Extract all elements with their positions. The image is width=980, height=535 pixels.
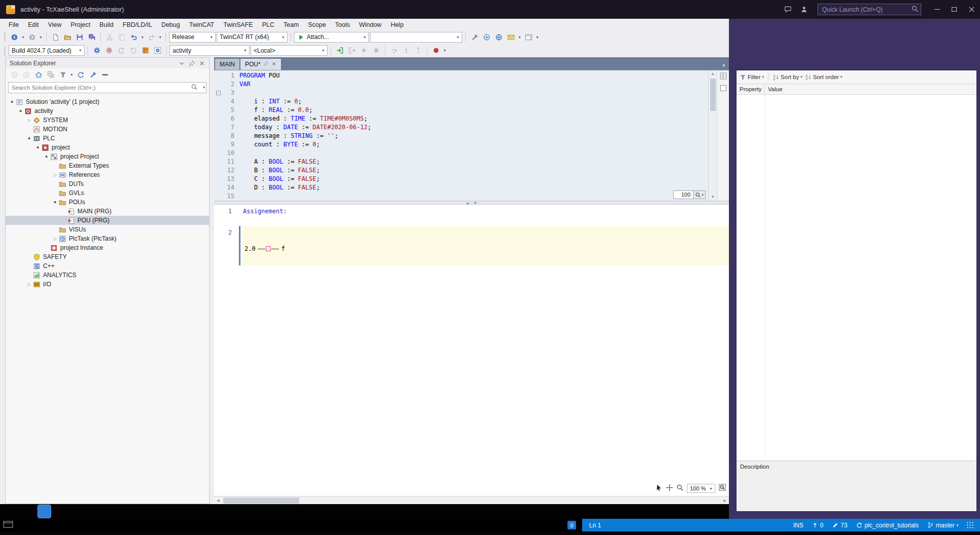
search-input[interactable]	[8, 82, 207, 93]
zoom-icon[interactable]	[676, 484, 684, 493]
code-line[interactable]: 11 A : BOOL := FALSE;	[214, 158, 708, 166]
tree-item-activity[interactable]: ▼activity	[6, 106, 209, 116]
toolbar-grip[interactable]	[4, 46, 6, 55]
tree-item-i-o[interactable]: ▷I/O	[6, 280, 209, 289]
minimize-button[interactable]	[928, 0, 946, 19]
fbd-network-2[interactable]: 22.0f	[214, 226, 729, 265]
cut-icon[interactable]	[104, 31, 115, 43]
code-area[interactable]: 1PROGRAM POU2VAR–34 i : INT := 0;5 f : R…	[214, 70, 708, 201]
menu-file[interactable]: File	[4, 20, 23, 29]
menu-tools[interactable]: Tools	[331, 20, 354, 29]
tab-pou[interactable]: POU*	[240, 59, 281, 70]
code-line[interactable]: 1PROGRAM POU	[214, 71, 708, 80]
fbd-network-1[interactable]: 1Assignement:	[214, 205, 729, 226]
menu-debug[interactable]: Debug	[157, 20, 185, 29]
tree-item-analytics[interactable]: ANALYTICS	[6, 271, 209, 280]
menu-window[interactable]: Window	[354, 20, 386, 29]
editor-splitter[interactable]: ▲▼	[214, 201, 729, 205]
target-system-combo[interactable]: <Local>▾	[251, 45, 328, 56]
quick-launch-input[interactable]	[818, 4, 921, 15]
tree-item-project[interactable]: ▼project	[6, 143, 209, 152]
expander-closed-icon[interactable]: ▷	[52, 173, 59, 177]
code-line[interactable]: –3	[214, 89, 708, 97]
tree-item-c[interactable]: C++	[6, 261, 209, 271]
undo-icon[interactable]	[128, 31, 139, 43]
mail-icon[interactable]	[505, 31, 516, 43]
logout-icon[interactable]	[346, 45, 357, 56]
redo-icon[interactable]	[146, 31, 157, 43]
menu-view[interactable]: View	[44, 20, 66, 29]
assignment-expression[interactable]: 2.0f	[244, 245, 725, 252]
solution-platform-caret-icon[interactable]: ▾	[279, 32, 287, 42]
expander-open-icon[interactable]: ▼	[43, 152, 51, 161]
solution-configuration-caret-icon[interactable]: ▾	[208, 32, 215, 42]
scope-globe-icon[interactable]	[493, 31, 504, 43]
open-file-icon[interactable]	[62, 31, 73, 43]
save-all-icon[interactable]	[86, 31, 97, 43]
pin-icon[interactable]	[187, 59, 197, 68]
search-options-caret[interactable]: ▾	[203, 85, 205, 90]
menu-help[interactable]: Help	[386, 20, 409, 29]
scroll-up-icon[interactable]: ▲	[711, 70, 715, 78]
stop-program-icon[interactable]	[371, 45, 382, 56]
close-icon[interactable]	[197, 59, 207, 68]
vertical-scrollbar[interactable]: ▲ ▼	[708, 70, 717, 201]
repository-status[interactable]: plc_control_tutorials	[856, 522, 919, 529]
dropdown-caret-icon[interactable]: ▾	[38, 35, 43, 40]
command-combo[interactable]: ▾	[370, 32, 462, 43]
document-view-icon[interactable]	[719, 84, 727, 94]
property-grid[interactable]	[737, 95, 976, 461]
zoom-value[interactable]: 100	[673, 190, 693, 199]
expander-open-icon[interactable]: ▼	[8, 98, 16, 106]
property-column-header[interactable]: Property	[737, 84, 765, 94]
attach-caret-icon[interactable]: ▾	[361, 32, 369, 42]
scrollbar-thumb[interactable]	[223, 498, 299, 504]
solution-platform-combo[interactable]: TwinCAT RT (x64)▾	[217, 32, 288, 43]
network-body[interactable]: 2.0f	[239, 226, 729, 265]
tree-item-plc[interactable]: ▼PLC	[6, 134, 209, 143]
expander-closed-icon[interactable]: ▷	[52, 237, 59, 241]
code-line[interactable]: 4 i : INT := 0;	[214, 97, 708, 106]
close-icon[interactable]	[271, 61, 276, 68]
menu-build[interactable]: Build	[95, 20, 118, 29]
tc-restart-icon[interactable]	[128, 45, 139, 56]
code-line[interactable]: 12 B : BOOL := FALSE;	[214, 166, 708, 175]
pin-icon[interactable]	[263, 61, 269, 68]
scroll-right-icon[interactable]: ►	[721, 498, 729, 503]
tree-item-safety[interactable]: SAFETY	[6, 252, 209, 261]
tc-config-icon[interactable]	[152, 45, 163, 56]
dropdown-caret-icon[interactable]: ▾	[442, 48, 447, 53]
navigate-forward-icon[interactable]	[26, 31, 37, 43]
plc-project-select-combo[interactable]: activity▾	[170, 45, 250, 56]
expander-closed-icon[interactable]: ▷	[26, 282, 33, 287]
home-icon[interactable]	[33, 69, 44, 81]
plc-project-select-caret-icon[interactable]: ▾	[241, 46, 249, 55]
declaration-editor[interactable]: 1PROGRAM POU2VAR–34 i : INT := 0;5 f : R…	[214, 70, 729, 201]
input-operand[interactable]: 2.0	[244, 245, 256, 252]
zoom-fit-icon[interactable]	[718, 483, 726, 493]
code-line[interactable]: 7 today : DATE := DATE#2020-06-12;	[214, 123, 708, 132]
select-cursor-icon[interactable]	[655, 484, 663, 493]
pending-pushes[interactable]: 0	[812, 522, 824, 529]
code-line[interactable]: 14 D : BOOL := FALSE;	[214, 183, 708, 192]
tc-target-icon[interactable]	[103, 45, 114, 56]
expander-open-icon[interactable]: ▼	[25, 134, 33, 142]
dropdown-caret-icon[interactable]: ▾	[517, 35, 522, 40]
tc-gear-icon[interactable]	[91, 45, 102, 56]
toolbar-grip[interactable]	[4, 32, 6, 42]
toolbox-wrench-icon[interactable]	[469, 31, 480, 43]
target-browser-icon[interactable]	[481, 31, 492, 43]
back-circle-icon[interactable]	[9, 69, 20, 81]
step-over-icon[interactable]	[388, 45, 399, 56]
grid-view-icon[interactable]	[719, 72, 727, 82]
tree-item-solution-activity-1-project[interactable]: ▼Solution 'activity' (1 project)	[6, 97, 209, 106]
start-program-icon[interactable]	[358, 45, 370, 56]
orange-cube-icon[interactable]	[140, 45, 151, 56]
app-window-icon[interactable]	[523, 31, 534, 43]
branch-selector[interactable]: master ▾	[927, 522, 958, 529]
chevron-down-icon[interactable]	[177, 59, 187, 68]
tree-item-duts[interactable]: DUTs	[6, 179, 209, 188]
zoom-button[interactable]: ▾	[693, 190, 706, 199]
code-line[interactable]: 13 C : BOOL := FALSE;	[214, 175, 708, 183]
menu-edit[interactable]: Edit	[23, 20, 44, 29]
